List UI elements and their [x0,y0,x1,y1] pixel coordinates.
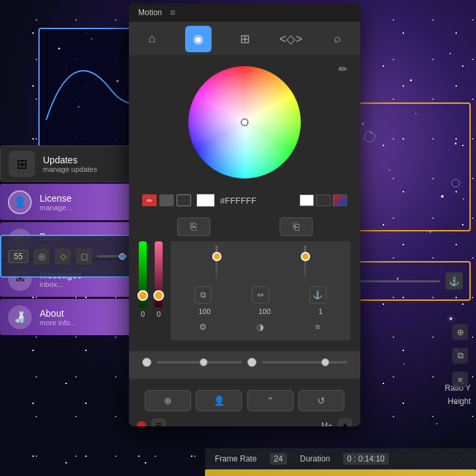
svg-point-0 [58,48,60,50]
stroke-icon[interactable] [177,194,191,206]
vert-slider-sm2[interactable] [304,245,306,278]
swatch-white[interactable] [299,194,314,206]
deco-icons: ⊕ ⧉ ≡ [452,324,468,387]
deco-icon-2[interactable]: ⧉ [452,348,468,364]
deco-icon-1[interactable]: ⊕ [452,324,468,340]
slider-thumb-orange1[interactable] [212,252,221,261]
toolbar-search-btn[interactable]: ⌕ [324,26,350,52]
motion-window: Motion ≡ ⌂ ◉ ⊞ <◇> ⌕ ✏ ✏ #FFFFFF ⎘ [129,3,360,426]
sidebar-item-title: Updates [43,155,134,165]
color-wheel-section: ✏ [129,56,360,188]
pink-slider-thumb[interactable] [153,290,164,301]
h-slider-1[interactable] [157,361,242,364]
star [436,423,438,424]
bottom-icons-row: ⚙ ◑ ≡ [175,317,346,337]
sidebar-item-title: License [40,193,134,204]
sidebar-item-about[interactable]: 🍶 About more info... [0,299,142,335]
triangle-icon[interactable]: ▲ [338,418,352,426]
svg-point-1 [91,38,93,40]
horiz-sliders [129,351,360,379]
h-slider-2[interactable] [262,361,347,364]
gold-bar [205,469,476,476]
copy-row: ⎘ ⎗ [129,212,360,241]
toolbar-code-btn[interactable]: <◇> [278,26,304,52]
sidebar-item-license[interactable]: 👤 License manage... [0,184,142,220]
toolbar-home-btn[interactable]: ⌂ [139,26,165,52]
action-icon-2[interactable]: ⇔ [252,286,269,303]
action-btn-3[interactable]: ⌃ [247,390,294,411]
action-icons-row: ⧉ ⇔ ⚓ [175,284,346,306]
svg-point-13 [389,169,390,171]
slider-col1 [175,245,258,278]
svg-point-15 [364,132,375,142]
svg-point-4 [116,80,119,83]
deco-icon-3[interactable]: ≡ [452,372,468,387]
vert-slider-sm1[interactable] [216,245,218,278]
more-icon[interactable]: ≡ [311,319,325,334]
action-icon-1[interactable]: ⧉ [194,286,212,303]
fill-icon[interactable] [159,194,174,206]
titlebar: Motion ≡ [129,3,360,22]
target-icon-btn[interactable]: ◎ [34,249,50,264]
sidebar-item-subtitle: manage... [40,204,134,212]
slider-thumb-orange2[interactable] [301,252,310,261]
svg-point-10 [362,123,364,125]
action-btn-4[interactable]: ↺ [298,390,344,411]
slider-orb-1[interactable] [142,358,151,367]
top-sliders [175,245,346,278]
sidebar-item-title: About [40,308,134,319]
pink-slider-container: 0 [155,241,163,318]
square-icon-btn[interactable]: ▢ [76,249,92,264]
sidebar-text: License manage... [40,193,134,212]
menu-icon[interactable]: ≡ [170,7,175,18]
swatch-gradient[interactable] [333,194,347,206]
green-slider[interactable] [139,241,147,307]
green-slider-value: 0 [141,310,145,318]
diamond-icon-btn[interactable]: ◇ [55,249,71,264]
svg-point-16 [452,179,459,187]
updates-icon: ⊞ [9,151,35,177]
action-icon-3[interactable]: ⚓ [309,286,327,303]
sidebar-item-subtitle: manage updates [43,165,134,173]
paste-btn[interactable]: ⎗ [280,218,313,236]
box-icon-3[interactable]: ⚓ [446,272,463,290]
copy-btn[interactable]: ⎘ [177,218,210,236]
h-slider-thumb-1[interactable] [200,358,208,366]
h-slider-thumb-2[interactable] [321,358,329,366]
slider-orb-2[interactable] [247,358,257,367]
list-icon[interactable]: ≡ [151,418,166,426]
slider-group: ⧉ ⇔ ⚓ 100 100 1 ⚙ ◑ ≡ [171,241,350,340]
adjust-icon[interactable]: ◑ [253,319,268,334]
height-label: Height [445,397,471,406]
duration-label: Duration [300,454,330,463]
swatch-dark[interactable] [316,194,331,206]
color-swatch-white[interactable] [196,194,215,207]
sidebar-item-updates[interactable]: ⊞ Updates manage updates [0,145,142,182]
color-swatches-right [299,194,347,206]
toolbar-grid-btn[interactable]: ⊞ [231,26,258,52]
action-btn-1[interactable]: ⊕ [145,390,191,411]
green-slider-thumb[interactable] [138,290,148,301]
brush-icon[interactable]: ✏ [142,194,157,206]
val-1: 1 [319,307,323,315]
frame-rate-value: 24 [270,453,286,465]
svg-point-12 [455,143,457,145]
values-row: 100 100 1 [175,306,346,317]
pink-slider-value: 0 [157,310,161,318]
action-btn-2[interactable]: 👤 [196,390,242,411]
svg-point-14 [441,195,444,198]
toolbar: ⌂ ◉ ⊞ <◇> ⌕ [129,22,360,56]
about-icon: 🍶 [8,305,32,329]
pink-slider[interactable] [155,241,163,307]
slider-row-1 [142,358,347,367]
color-wheel[interactable] [188,66,301,178]
svg-point-11 [415,113,416,114]
orange-box-top [348,102,471,231]
license-icon: 👤 [8,190,32,214]
mini-slider-thumb[interactable] [119,253,126,260]
toolbar-color-btn[interactable]: ◉ [185,26,212,52]
val-100-1: 100 [198,307,210,315]
gear-icon[interactable]: ⚙ [196,319,210,334]
eyedropper-btn[interactable]: ✏ [338,63,347,75]
record-dot [137,421,146,426]
